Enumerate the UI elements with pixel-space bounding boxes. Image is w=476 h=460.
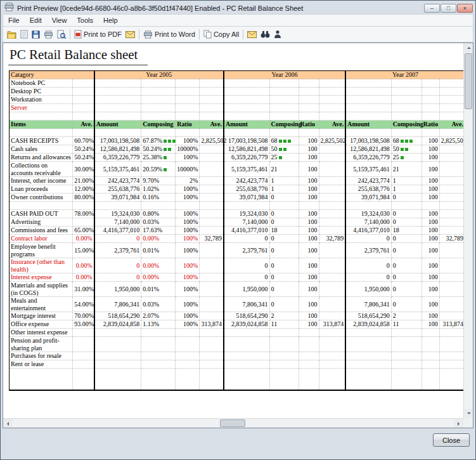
composing-header: Composing — [391, 121, 421, 129]
amount-value: 4,416,377,010 — [224, 227, 269, 235]
user-button[interactable] — [272, 29, 283, 40]
ave-value: 54.00% — [73, 297, 94, 312]
data-row: Owner contributions80.00%39,071,9840.16%… — [10, 194, 464, 202]
composing-value: 0 — [391, 273, 421, 282]
period-ave-value — [439, 297, 463, 312]
cell — [319, 96, 345, 104]
vertical-scrollbar[interactable] — [463, 43, 473, 418]
cell — [439, 369, 463, 390]
ave-header: Ave. — [200, 121, 224, 129]
period-ave-value — [200, 282, 224, 297]
cell — [94, 369, 141, 390]
period-ave-value — [200, 329, 224, 337]
print-to-word-button[interactable]: Print to Word — [141, 29, 197, 40]
row-label: Meals and entertainment — [10, 297, 73, 312]
composing-value: 25.38% — [141, 154, 176, 162]
product-label: Server — [10, 104, 73, 112]
period-ave-value — [439, 145, 463, 154]
scroll-left-button[interactable] — [3, 419, 13, 428]
print-preview-page: PC Retail Balance sheet CatagoryYear 200… — [3, 43, 463, 418]
period-ave-value — [319, 337, 345, 352]
cell — [345, 202, 391, 210]
composing-value: 25 — [391, 154, 421, 162]
scroll-down-button[interactable] — [464, 409, 473, 418]
composing-value: 11 — [391, 320, 421, 329]
data-row: Purchases for resale — [10, 352, 464, 360]
ratio-value: 100 — [421, 312, 439, 320]
period-ave-value — [319, 273, 345, 282]
cell — [391, 96, 421, 104]
category-header: Catagory — [10, 71, 94, 79]
composing-value: 0 — [269, 235, 299, 243]
scroll-up-button[interactable] — [464, 43, 473, 53]
ratio-value — [299, 329, 319, 337]
period-ave-value — [319, 218, 345, 227]
cell — [200, 369, 224, 390]
menu-tools[interactable]: Tools — [72, 15, 98, 25]
print-to-pdf-button[interactable]: Print to PDF — [72, 29, 124, 40]
toolbar-separator — [243, 29, 243, 39]
cell — [391, 112, 421, 121]
composing-value: 1 — [269, 177, 299, 185]
composing-value: 0 — [391, 282, 421, 297]
cell — [200, 96, 224, 104]
toolbar-separator — [139, 29, 139, 39]
find-button[interactable] — [259, 29, 272, 39]
row-label: Advertising — [10, 218, 73, 227]
ave-value — [73, 352, 94, 360]
cell — [141, 202, 176, 210]
amount-value: 1,950,000 — [224, 282, 269, 297]
composing-value: 0 — [391, 194, 421, 202]
menu-help[interactable]: Help — [98, 15, 123, 25]
period-ave-value — [319, 329, 345, 337]
open-button[interactable] — [5, 29, 18, 40]
period-ave-value: 313,874 — [200, 320, 224, 329]
horizontal-scrollbar[interactable] — [3, 418, 463, 428]
composing-bar-icon — [168, 148, 171, 151]
close-button[interactable]: Close — [433, 433, 470, 447]
composing-value — [141, 337, 176, 352]
vertical-scroll-thumb[interactable] — [465, 53, 472, 109]
ratio-value — [421, 337, 439, 352]
menu-view[interactable]: View — [47, 15, 72, 25]
cell — [200, 112, 224, 121]
email-button[interactable] — [245, 30, 259, 39]
ratio-value: 100 — [421, 282, 439, 297]
save-button[interactable] — [30, 29, 42, 40]
composing-value — [269, 360, 299, 369]
print-to-pdf-label: Print to PDF — [84, 30, 122, 38]
ratio-value: 100% — [176, 154, 200, 162]
period-ave-value: 313,874 — [319, 320, 345, 329]
horizontal-scroll-thumb[interactable] — [220, 419, 245, 427]
cell — [421, 96, 439, 104]
ave-value: 21.00% — [73, 177, 94, 185]
menu-file[interactable]: File — [3, 15, 25, 25]
composing-bar-icon — [164, 140, 167, 143]
cell — [141, 369, 176, 390]
copy-all-button[interactable]: Copy All — [202, 29, 241, 40]
data-row: Collections on accounts receivable30.00%… — [10, 162, 464, 177]
ratio-value — [299, 352, 319, 360]
cell — [269, 79, 299, 88]
cell — [224, 79, 269, 88]
period-ave-value: 313,874 — [439, 320, 463, 329]
print-preview-button[interactable] — [55, 29, 68, 40]
scroll-right-button[interactable] — [454, 419, 463, 428]
print-button[interactable] — [42, 29, 55, 40]
close-window-button[interactable]: × — [457, 4, 473, 13]
period-ave-value: 2,825,502 — [439, 137, 463, 145]
new-page-button[interactable] — [18, 29, 30, 40]
period-ave-value — [200, 154, 224, 162]
minimize-button[interactable]: – — [424, 4, 440, 13]
cell — [141, 96, 176, 104]
email-pdf-button[interactable] — [124, 30, 137, 39]
composing-value: 0 — [391, 243, 421, 258]
cell — [176, 79, 200, 88]
composing-value: 0.00% — [141, 258, 176, 273]
amount-value: 2,839,024,858 — [345, 320, 391, 329]
composing-bar-icon — [279, 148, 282, 151]
menu-edit[interactable]: Edit — [25, 15, 47, 25]
ratio-value: 100% — [176, 320, 200, 329]
title-bar[interactable]: Print Preview [0cede94d-6680-46c0-a8b6-3… — [3, 1, 473, 14]
maximize-button[interactable]: □ — [441, 4, 456, 13]
